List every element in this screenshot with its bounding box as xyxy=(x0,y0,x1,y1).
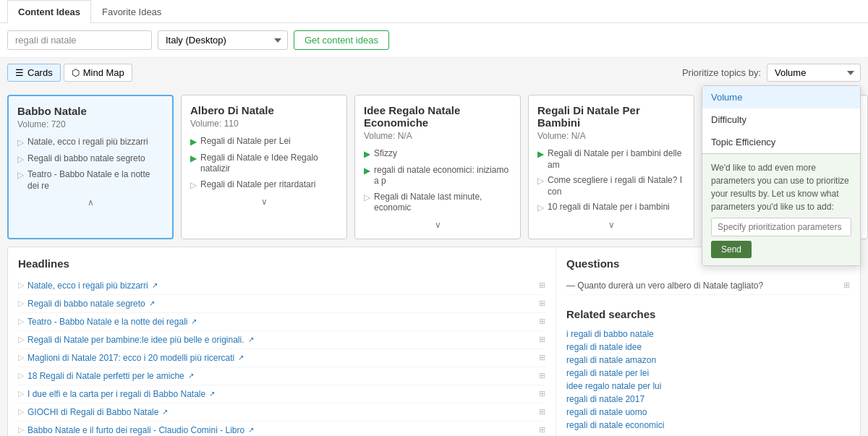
list-item: ▷ I due elfi e la carta per i regali di … xyxy=(18,385,545,403)
card-babbo-natale[interactable]: Babbo Natale Volume: 720 ▷ Natale, ecco … xyxy=(7,95,174,239)
related-link[interactable]: regali di natale per lei xyxy=(566,367,850,380)
related-link[interactable]: regali di natale idee xyxy=(566,341,850,354)
search-input[interactable] xyxy=(7,30,152,50)
save-icon[interactable]: ⊞ xyxy=(539,353,545,362)
headline-icon: ▷ xyxy=(18,407,24,416)
list-item: ▷ Regali di babbo natale segreto xyxy=(17,153,163,166)
card-volume: Volume: 110 xyxy=(190,119,338,129)
save-icon[interactable]: ⊞ xyxy=(539,407,545,416)
external-link-icon[interactable]: ↗ xyxy=(149,299,155,307)
item-icon: ▷ xyxy=(537,176,544,187)
headline-icon: ▷ xyxy=(18,425,24,435)
headline-link[interactable]: Regali di babbo natale segreto xyxy=(27,299,145,309)
save-icon[interactable]: ⊞ xyxy=(539,317,545,326)
headline-link[interactable]: Babbo Natale e il furto dei regali - Cla… xyxy=(27,425,244,435)
external-link-icon[interactable]: ↗ xyxy=(188,372,194,380)
list-item: ▶ Sfizzy xyxy=(364,148,511,161)
card-expand-toggle[interactable]: ∨ xyxy=(364,220,511,230)
headline-icon: ▷ xyxy=(18,353,24,362)
suggestion-input[interactable] xyxy=(711,218,851,236)
card-volume: Volume: N/A xyxy=(364,131,511,141)
headline-icon: ▷ xyxy=(18,299,24,308)
headline-link[interactable]: GIOCHI di Regali di Babbo Natale xyxy=(27,407,158,417)
external-link-icon[interactable]: ↗ xyxy=(152,281,158,289)
related-link[interactable]: idee regalo natale per lui xyxy=(566,380,850,393)
related-link[interactable]: regali di natale economici xyxy=(566,419,850,432)
related-link[interactable]: regali di natale 2017 xyxy=(566,393,850,406)
list-item: ▷ 10 regali di Natale per i bambini xyxy=(537,202,685,214)
card-expand-toggle[interactable]: ∨ xyxy=(190,197,338,207)
headline-link[interactable]: Regali di Natale per bambine:le idee più… xyxy=(27,335,244,345)
save-icon[interactable]: ⊞ xyxy=(539,425,545,435)
item-text: Regali di Natale e Idee Regalo natalizir xyxy=(200,153,338,175)
headlines-title: Headlines xyxy=(18,257,545,270)
item-text: regali di natale economici: iniziamo a p xyxy=(374,165,511,187)
headlines-section: Headlines ▷ Natale, ecco i regali più bi… xyxy=(8,247,556,436)
item-icon: ▷ xyxy=(364,192,370,204)
related-link[interactable]: regali di natale uomo xyxy=(566,406,850,419)
list-item: — Quanto durerà un vero albero di Natale… xyxy=(566,277,850,295)
save-icon[interactable]: ⊞ xyxy=(539,371,545,380)
headline-icon: ▷ xyxy=(18,281,24,290)
external-link-icon[interactable]: ↗ xyxy=(162,408,168,416)
card-title: Albero Di Natale xyxy=(190,104,338,116)
related-title: Related searches xyxy=(566,308,850,320)
view-toggle-group: ☰ Cards ⬡ Mind Map xyxy=(7,64,132,82)
card-expand-toggle[interactable]: ∨ xyxy=(537,220,685,230)
item-icon: ▶ xyxy=(364,149,370,161)
headline-link[interactable]: Teatro - Babbo Natale e la notte dei reg… xyxy=(27,317,187,327)
list-item: ▷ Regali di Natale last minute, economic xyxy=(364,192,511,214)
external-link-icon[interactable]: ↗ xyxy=(191,317,197,325)
save-icon[interactable]: ⊞ xyxy=(539,389,545,398)
save-icon[interactable]: ⊞ xyxy=(539,281,545,290)
country-select[interactable]: Italy (Desktop) United States (Desktop) … xyxy=(158,30,288,50)
send-button[interactable]: Send xyxy=(711,241,752,258)
save-icon[interactable]: ⊞ xyxy=(843,281,850,290)
item-text: Teatro - Babbo Natale e la notte dei re xyxy=(27,169,163,192)
related-link[interactable]: i regali di babbo natale xyxy=(566,328,850,341)
list-item: ▷ Teatro - Babbo Natale e la notte dei r… xyxy=(18,313,545,331)
list-item: ▷ Regali di Natale per ritardatari xyxy=(190,179,338,192)
mindmap-label: Mind Map xyxy=(83,67,124,78)
tab-content-ideas[interactable]: Content Ideas xyxy=(7,0,91,23)
prioritize-select[interactable]: Volume Difficulty Topic Efficiency xyxy=(767,64,861,82)
headline-link[interactable]: Maglioni di Natale 2017: ecco i 20 model… xyxy=(27,353,234,363)
card-regali-bambini[interactable]: Regali Di Natale Per Bambini Volume: N/A… xyxy=(528,95,694,239)
toolbar: Italy (Desktop) United States (Desktop) … xyxy=(0,23,868,58)
related-link[interactable]: regali di natale amazon xyxy=(566,354,850,367)
external-link-icon[interactable]: ↗ xyxy=(209,390,215,398)
view-bar: ☰ Cards ⬡ Mind Map Prioritize topics by:… xyxy=(0,58,868,87)
card-title: Babbo Natale xyxy=(17,105,163,117)
save-icon[interactable]: ⊞ xyxy=(539,335,545,344)
prioritize-label: Prioritize topics by: xyxy=(682,67,761,78)
get-ideas-button[interactable]: Get content ideas xyxy=(294,30,389,50)
external-link-icon[interactable]: ↗ xyxy=(238,354,244,362)
external-link-icon[interactable]: ↗ xyxy=(248,426,254,434)
list-item: ▷ Teatro - Babbo Natale e la notte dei r… xyxy=(17,169,163,192)
questions-related-section: Questions — Quanto durerà un vero albero… xyxy=(556,247,860,436)
item-text: Regali di Natale last minute, economic xyxy=(374,192,511,214)
item-icon: ▷ xyxy=(17,154,24,166)
headline-link[interactable]: I due elfi e la carta per i regali di Ba… xyxy=(27,389,205,399)
item-icon: ▶ xyxy=(537,149,544,161)
list-item: ▷ Regali di babbo natale segreto ↗ ⊞ xyxy=(18,295,545,313)
headline-link[interactable]: Natale, ecco i regali più bizzarri xyxy=(27,281,148,291)
card-albero-natale[interactable]: Albero Di Natale Volume: 110 ▶ Regali di… xyxy=(181,95,347,239)
cards-view-button[interactable]: ☰ Cards xyxy=(7,64,61,82)
card-idee-regalo[interactable]: Idee Regalo Natale Economiche Volume: N/… xyxy=(354,95,521,239)
headline-icon: ▷ xyxy=(18,317,24,326)
mindmap-view-button[interactable]: ⬡ Mind Map xyxy=(64,64,132,82)
tab-bar: Content Ideas Favorite Ideas xyxy=(0,0,868,23)
headline-icon: ▷ xyxy=(18,335,24,344)
dropdown-option-volume[interactable]: Volume xyxy=(702,86,860,108)
card-collapse-toggle[interactable]: ∧ xyxy=(17,197,163,208)
item-icon: ▷ xyxy=(17,170,24,181)
dropdown-option-difficulty[interactable]: Difficulty xyxy=(702,108,860,131)
card-volume: Volume: 720 xyxy=(17,119,163,129)
tab-favorite-ideas[interactable]: Favorite Ideas xyxy=(91,0,172,23)
prioritize-dropdown-wrapper: Volume Difficulty Topic Efficiency Volum… xyxy=(767,64,861,82)
dropdown-option-efficiency[interactable]: Topic Efficiency xyxy=(702,131,860,153)
headline-link[interactable]: 18 Regali di Natale perfetti per le amic… xyxy=(27,371,184,381)
save-icon[interactable]: ⊞ xyxy=(539,299,545,308)
external-link-icon[interactable]: ↗ xyxy=(248,335,254,343)
